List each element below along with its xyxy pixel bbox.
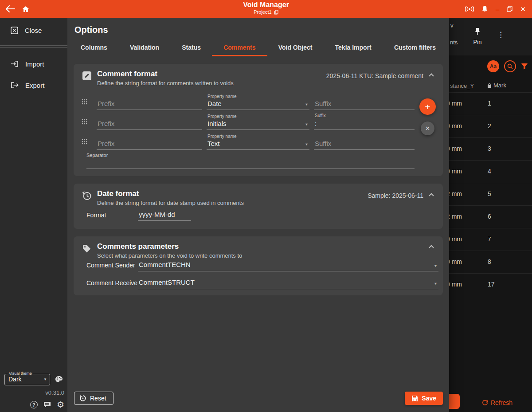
comment-sender-select[interactable]: CommentTECHN ▼ (138, 261, 438, 271)
text-mode-button[interactable]: Aa (487, 60, 499, 72)
home-icon[interactable] (22, 6, 29, 12)
visual-theme-label: Visual theme (8, 371, 33, 376)
sidebar-divider (0, 45, 67, 48)
table-row[interactable]: 0 mm4 (449, 160, 532, 183)
card-title: Date format (97, 189, 244, 198)
tab-columns[interactable]: Columns (79, 40, 109, 56)
save-icon (411, 395, 418, 402)
property-name-label: Property name (207, 94, 309, 99)
import-button[interactable]: Import (0, 53, 67, 75)
tab-custom-filters[interactable]: Custom filters (392, 40, 438, 56)
reset-icon (79, 395, 86, 402)
settings-gear-icon[interactable]: ⚙ (57, 400, 64, 409)
restore-button[interactable] (507, 6, 512, 12)
close-options-button[interactable]: Close (0, 21, 67, 39)
pin-button[interactable]: Pin (468, 27, 487, 45)
more-menu-icon[interactable]: ⋮ (497, 30, 505, 39)
comment-receiver-label: Comment Receive (86, 279, 138, 289)
import-icon (11, 60, 19, 67)
pin-icon (474, 27, 481, 35)
collapse-chevron-icon[interactable] (429, 193, 434, 198)
app-title: Void Manager (243, 1, 289, 9)
tab-validation[interactable]: Validation (128, 40, 161, 56)
property-name-label: Property name (207, 134, 309, 139)
separator-label: Separator (86, 153, 415, 158)
remove-row-button[interactable]: ✕ (421, 122, 434, 135)
tab-tekla-import[interactable]: Tekla Import (333, 40, 373, 56)
chevron-down-icon: ▼ (305, 142, 309, 146)
copy-icon[interactable] (274, 10, 278, 15)
column-distance-y: stance_Y (450, 82, 474, 89)
table-row[interactable]: 0 mm7 (449, 228, 532, 251)
reset-button[interactable]: Reset (74, 392, 113, 405)
comment-sender-label: Comment Sender (86, 262, 138, 271)
palette-icon[interactable] (55, 376, 63, 385)
export-button[interactable]: Export (0, 75, 67, 96)
comment-sample-preview: 2025-06-11 KTU: Sample comment (323, 70, 430, 79)
table-row[interactable]: 0 mm1 (449, 92, 532, 115)
table-row[interactable]: 0 mm3 (449, 137, 532, 160)
table-row[interactable]: 2 mm5 (449, 183, 532, 205)
background-header: v nts Pin ⋮ (449, 18, 532, 55)
comment-format-card: Comment format Define the string format … (74, 64, 443, 176)
tab-status[interactable]: Status (180, 40, 203, 56)
suffix-input[interactable] (314, 99, 415, 110)
date-format-input[interactable] (138, 210, 191, 221)
table-row[interactable]: 0 mm8 (449, 251, 532, 273)
comment-format-row: Property name Initials▼ Suffix (82, 110, 415, 130)
background-table-panel: v nts Pin ⋮ Aa stance_Y Mark 0 m (449, 18, 532, 412)
table-row[interactable]: 2 mm6 (449, 205, 532, 228)
prefix-input[interactable] (97, 119, 202, 130)
suffix-field[interactable]: Suffix (314, 113, 415, 130)
drag-handle-icon[interactable] (82, 118, 92, 130)
search-button[interactable] (504, 60, 516, 72)
comment-format-row: Property name Date▼ (82, 90, 415, 110)
close-box-icon (11, 27, 18, 34)
prefix-input[interactable] (97, 99, 202, 110)
suffix-input[interactable] (314, 119, 415, 130)
property-select[interactable]: Property name Initials▼ (207, 114, 309, 130)
notifications-bell-icon[interactable] (481, 5, 488, 13)
card-subtitle: Define the string format for date stamp … (97, 200, 244, 206)
card-subtitle: Define the string format for comments wr… (97, 80, 234, 86)
save-button[interactable]: Save (405, 392, 443, 405)
partial-action-button[interactable] (449, 394, 460, 409)
table-body: 0 mm1 0 mm2 0 mm3 0 mm4 2 mm5 2 mm6 0 mm… (449, 92, 532, 296)
help-icon[interactable]: ? (30, 401, 38, 408)
comment-receiver-select[interactable]: CommentSTRUCT ▼ (138, 279, 438, 289)
table-row[interactable]: 0 mm17 (449, 273, 532, 296)
suffix-input[interactable] (314, 139, 415, 150)
add-row-button[interactable]: + (419, 98, 436, 115)
column-mark: Mark (487, 82, 506, 89)
collapse-chevron-icon[interactable] (429, 245, 434, 250)
feedback-icon[interactable] (43, 401, 51, 408)
chevron-down-icon: ▼ (434, 264, 438, 268)
drag-handle-icon[interactable] (82, 138, 92, 150)
close-window-button[interactable]: ✕ (520, 6, 526, 12)
tab-void-object[interactable]: Void Object (277, 40, 314, 56)
search-icon (507, 63, 513, 69)
refresh-button[interactable]: Refresh (482, 399, 512, 406)
clock-icon (82, 190, 92, 203)
collapse-chevron-icon[interactable] (429, 73, 434, 78)
date-format-card: Date format Define the string format for… (74, 184, 443, 229)
filter-icon[interactable] (521, 63, 528, 70)
export-icon (11, 82, 19, 89)
separator-input[interactable] (86, 158, 415, 169)
partial-text: v (450, 22, 454, 29)
card-subtitle: Select what parameters on the void to wr… (97, 252, 242, 259)
card-title: Comments parameters (97, 242, 242, 251)
table-row[interactable]: 0 mm2 (449, 115, 532, 137)
minimize-button[interactable]: – (496, 6, 499, 12)
sidebar: Close Import Export Visual theme Dark ▼ … (0, 18, 67, 412)
broadcast-icon[interactable] (465, 6, 474, 12)
visual-theme-select[interactable]: Visual theme Dark ▼ (4, 374, 50, 385)
property-select[interactable]: Property name Text▼ (207, 134, 309, 150)
prefix-input[interactable] (97, 139, 202, 150)
back-button[interactable] (5, 5, 15, 12)
drag-handle-icon[interactable] (82, 98, 92, 110)
chevron-down-icon: ▼ (305, 102, 309, 106)
tab-comments[interactable]: Comments (222, 40, 257, 56)
property-select[interactable]: Property name Date▼ (207, 94, 309, 110)
property-name-label: Property name (207, 114, 309, 119)
